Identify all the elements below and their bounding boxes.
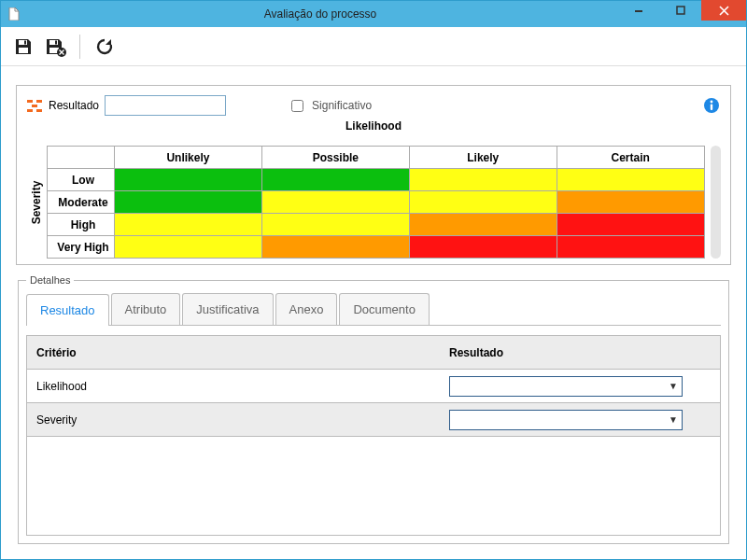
- criterio-likelihood: Likelihood: [27, 380, 440, 393]
- cell-veryhigh-likely[interactable]: [409, 236, 557, 259]
- matrix-row-low: Low: [48, 169, 705, 191]
- grid-row-likelihood: Likelihood ▼: [27, 370, 720, 403]
- save-button[interactable]: [10, 34, 36, 60]
- severity-axis-label: Severity: [26, 146, 47, 259]
- grid-row-severity: Severity ▼: [27, 403, 720, 437]
- cell-moderate-likely[interactable]: [409, 191, 557, 214]
- significativo-checkbox[interactable]: Significativo: [288, 97, 372, 115]
- svg-point-15: [711, 101, 713, 104]
- tab-justificativa[interactable]: Justificativa: [182, 293, 273, 325]
- cell-high-unlikely[interactable]: [115, 214, 262, 236]
- svg-rect-9: [27, 100, 33, 103]
- col-likely: Likely: [409, 147, 557, 169]
- svg-rect-13: [36, 109, 42, 112]
- resultado-label: Resultado: [49, 99, 99, 112]
- significativo-checkbox-input[interactable]: [291, 100, 303, 112]
- header-resultado: Resultado: [440, 346, 720, 359]
- panel-scrollbar[interactable]: [711, 146, 721, 259]
- details-panel: Detalhes Resultado Atributo Justificativ…: [18, 274, 729, 544]
- cell-veryhigh-possible[interactable]: [261, 236, 409, 259]
- cell-moderate-possible[interactable]: [261, 191, 409, 214]
- content-area: Resultado Significativo Likelihood Sever…: [1, 66, 746, 559]
- chevron-down-icon: ▼: [669, 414, 678, 425]
- matrix-row-high: High: [48, 214, 705, 236]
- tab-anexo[interactable]: Anexo: [275, 293, 338, 325]
- tab-resultado[interactable]: Resultado: [26, 294, 109, 326]
- cell-low-likely[interactable]: [409, 169, 557, 191]
- titlebar: Avaliação do processo: [1, 1, 746, 27]
- svg-rect-3: [19, 48, 28, 53]
- svg-rect-16: [711, 105, 712, 111]
- svg-rect-1: [677, 7, 684, 14]
- matrix-container: Severity Unlikely Possible Likely Certai…: [26, 146, 721, 259]
- risk-icon: [26, 97, 43, 114]
- grid-header: Critério Resultado: [27, 336, 720, 370]
- cell-veryhigh-unlikely[interactable]: [115, 236, 262, 259]
- cell-low-certain[interactable]: [557, 169, 704, 191]
- evaluation-panel: Resultado Significativo Likelihood Sever…: [16, 85, 731, 265]
- svg-rect-7: [55, 40, 57, 44]
- cell-moderate-unlikely[interactable]: [115, 191, 262, 214]
- refresh-button[interactable]: [92, 34, 118, 60]
- window-buttons: [617, 1, 746, 27]
- close-button[interactable]: [701, 0, 746, 21]
- minimize-button[interactable]: [617, 0, 659, 21]
- window-title: Avaliação do processo: [23, 7, 617, 21]
- tab-atributo[interactable]: Atributo: [111, 293, 181, 325]
- cell-high-certain[interactable]: [557, 214, 704, 236]
- details-legend: Detalhes: [26, 274, 74, 286]
- document-icon: [5, 7, 23, 21]
- cell-moderate-certain[interactable]: [557, 191, 704, 214]
- col-certain: Certain: [557, 147, 704, 169]
- col-unlikely: Unlikely: [115, 147, 262, 169]
- risk-matrix: Unlikely Possible Likely Certain Low Mod…: [47, 146, 705, 259]
- evaluation-top-row: Resultado Significativo: [26, 95, 721, 116]
- maximize-button[interactable]: [659, 0, 701, 21]
- svg-rect-0: [635, 10, 642, 12]
- toolbar-separator: [79, 35, 80, 59]
- details-tabs: Resultado Atributo Justificativa Anexo D…: [26, 293, 721, 326]
- matrix-row-moderate: Moderate: [48, 191, 705, 214]
- header-criterio: Critério: [27, 346, 440, 359]
- cell-high-likely[interactable]: [409, 214, 557, 236]
- likelihood-dropdown[interactable]: ▼: [449, 376, 683, 397]
- matrix-header-row: Unlikely Possible Likely Certain: [48, 147, 705, 169]
- criterio-severity: Severity: [27, 413, 440, 427]
- cell-veryhigh-certain[interactable]: [557, 236, 704, 259]
- svg-rect-10: [36, 100, 42, 103]
- svg-rect-11: [32, 105, 37, 107]
- col-possible: Possible: [261, 147, 409, 169]
- significativo-label: Significativo: [312, 99, 372, 112]
- cell-low-unlikely[interactable]: [115, 169, 262, 191]
- info-icon[interactable]: [702, 96, 721, 115]
- criteria-grid: Critério Resultado Likelihood ▼ Severity…: [26, 335, 721, 536]
- likelihood-title: Likelihood: [26, 116, 721, 138]
- app-window: Avaliação do processo: [0, 0, 747, 560]
- svg-rect-12: [27, 109, 33, 112]
- severity-dropdown[interactable]: ▼: [449, 410, 683, 430]
- toolbar: [1, 27, 746, 66]
- tab-documento[interactable]: Documento: [339, 293, 429, 325]
- grid-empty-area: [27, 437, 720, 535]
- save-close-button[interactable]: [42, 34, 68, 60]
- chevron-down-icon: ▼: [669, 381, 678, 391]
- cell-low-possible[interactable]: [261, 169, 409, 191]
- cell-high-possible[interactable]: [261, 214, 409, 236]
- svg-rect-4: [24, 40, 26, 44]
- resultado-input[interactable]: [105, 95, 226, 116]
- matrix-row-veryhigh: Very High: [48, 236, 705, 259]
